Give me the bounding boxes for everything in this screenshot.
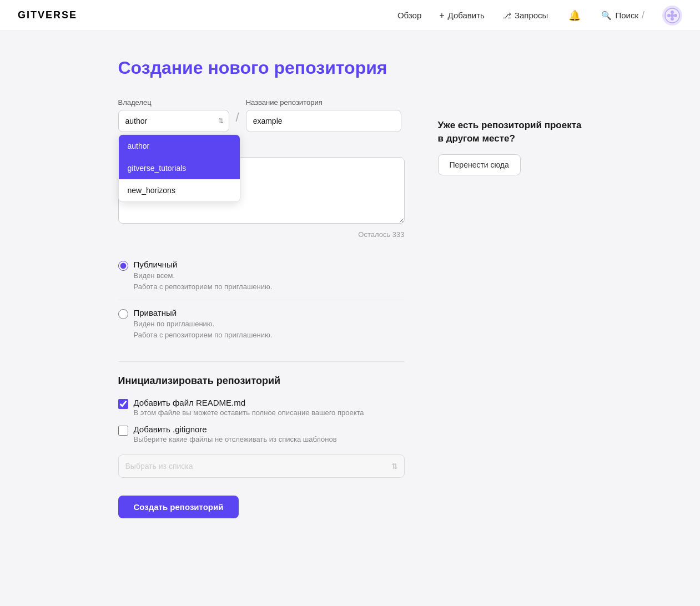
owner-dropdown: author gitverse_tutorials new_horizons — [118, 134, 240, 202]
init-section: Инициализировать репозиторий Добавить фа… — [118, 375, 405, 478]
gitignore-checkbox[interactable] — [118, 426, 128, 436]
gitignore-label: Добавить .gitignore — [134, 425, 337, 434]
gitignore-desc: Выберите какие файлы не отслеживать из с… — [134, 435, 337, 443]
visibility-section: Публичный Виден всем. Работа с репозитор… — [118, 252, 405, 348]
slash-separator: / — [236, 107, 239, 132]
readme-desc: В этом файле вы можете оставить полное о… — [134, 408, 364, 417]
pr-icon: ⎇ — [502, 11, 511, 20]
dropdown-item-author[interactable]: author — [119, 135, 240, 157]
readme-checkbox[interactable] — [118, 399, 128, 409]
section-divider — [118, 361, 405, 362]
user-avatar[interactable] — [662, 6, 682, 26]
owner-select[interactable]: author gitverse_tutorials new_horizons — [118, 110, 229, 132]
readme-label: Добавить файл README.md — [134, 398, 364, 407]
nav-search[interactable]: 🔍 Поиск / — [601, 9, 644, 21]
radio-private-desc: Виден по приглашению. Работа с репозитор… — [134, 319, 273, 340]
gitignore-select-wrapper: Выбрать из списка ⇅ — [118, 454, 405, 478]
nav-add[interactable]: + Добавить — [439, 11, 485, 21]
notification-bell[interactable]: 🔔 — [566, 7, 583, 24]
sidebar: Уже есть репозиторий проекта в другом ме… — [438, 58, 582, 175]
gitignore-select[interactable]: Выбрать из списка — [118, 454, 405, 478]
plus-icon: + — [439, 11, 444, 21]
svg-point-3 — [674, 14, 677, 17]
page-title: Создание нового репозитория — [118, 58, 405, 78]
search-icon: 🔍 — [601, 11, 612, 21]
logo: GITVERSE — [18, 9, 77, 21]
readme-checkbox-item: Добавить файл README.md В этом файле вы … — [118, 398, 405, 417]
svg-point-5 — [671, 14, 674, 17]
owner-select-wrapper: author gitverse_tutorials new_horizons ⇅ — [118, 110, 229, 132]
navbar: GITVERSE Обзор + Добавить ⎇ Запросы 🔔 🔍 … — [0, 0, 700, 31]
owner-label: Владелец — [118, 98, 229, 107]
svg-point-1 — [671, 11, 674, 14]
chars-remaining: Осталось 333 — [118, 230, 405, 239]
radio-public-label: Публичный — [134, 260, 273, 269]
svg-point-4 — [671, 17, 674, 21]
form-area: Создание нового репозитория Владелец aut… — [118, 58, 405, 518]
page-content: Создание нового репозитория Владелец aut… — [100, 31, 600, 545]
svg-point-2 — [667, 14, 671, 17]
radio-private-label: Приватный — [134, 308, 273, 317]
dropdown-item-gitverse[interactable]: gitverse_tutorials — [119, 157, 240, 179]
slash-divider: / — [642, 9, 644, 21]
nav-overview[interactable]: Обзор — [397, 11, 421, 20]
owner-repo-row: Владелец author gitverse_tutorials new_h… — [118, 98, 405, 132]
radio-public-input[interactable] — [118, 261, 128, 271]
owner-group: Владелец author gitverse_tutorials new_h… — [118, 98, 229, 132]
transfer-button[interactable]: Перенести сюда — [438, 154, 521, 175]
repo-name-group: Название репозитория — [246, 98, 401, 132]
checkbox-group: Добавить файл README.md В этом файле вы … — [118, 398, 405, 443]
nav-requests[interactable]: ⎇ Запросы — [502, 11, 548, 20]
radio-public: Публичный Виден всем. Работа с репозитор… — [118, 252, 405, 300]
dropdown-item-new-horizons[interactable]: new_horizons — [119, 179, 240, 201]
repo-name-label: Название репозитория — [246, 98, 401, 107]
init-title: Инициализировать репозиторий — [118, 375, 405, 387]
radio-private-input[interactable] — [118, 309, 128, 319]
gitignore-checkbox-item: Добавить .gitignore Выберите какие файлы… — [118, 425, 405, 443]
radio-private: Приватный Виден по приглашению. Работа с… — [118, 300, 405, 348]
radio-public-desc: Виден всем. Работа с репозиторием по при… — [134, 270, 273, 292]
sidebar-title: Уже есть репозиторий проекта в другом ме… — [438, 119, 582, 145]
create-repo-button[interactable]: Создать репозиторий — [118, 496, 239, 518]
repo-name-input[interactable] — [246, 110, 401, 132]
